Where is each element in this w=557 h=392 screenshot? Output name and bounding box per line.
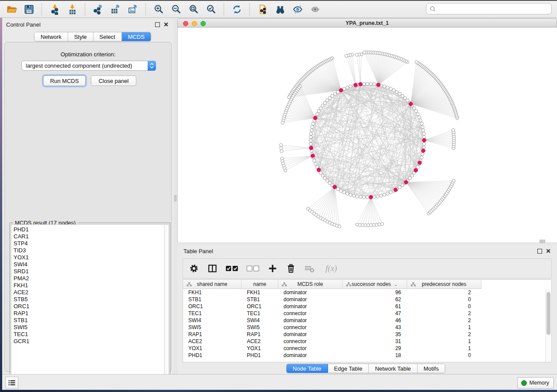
mcds-result-node[interactable]: SRD1 xyxy=(14,268,165,275)
column-header-name[interactable]: name xyxy=(242,280,278,289)
table-row[interactable]: SWI5SWI5connector431 xyxy=(183,324,551,331)
zoom-fit-icon xyxy=(188,4,199,15)
table-row[interactable]: PHD1PHD1dominator180 xyxy=(183,352,551,359)
toggle-panel-mode-button[interactable] xyxy=(207,261,218,275)
tab-mcds[interactable]: MCDS xyxy=(122,32,151,41)
table-row[interactable]: ORC1ORC1dominator610 xyxy=(183,303,551,310)
mcds-result-node[interactable]: SWI5 xyxy=(14,324,165,331)
mcds-result-node[interactable]: STB1 xyxy=(14,317,165,324)
cell-MCDS-role: connector xyxy=(278,310,343,317)
mcds-result-node[interactable]: SWI4 xyxy=(14,261,165,268)
zoom-fit-content-button[interactable] xyxy=(186,3,201,16)
show-all-columns-button[interactable] xyxy=(225,261,239,275)
export-table-button[interactable] xyxy=(108,3,123,16)
cell-MCDS-role: dominator xyxy=(278,289,343,296)
network-graph-svg xyxy=(178,28,557,242)
float-panel-icon[interactable] xyxy=(155,22,160,27)
delete-column-button[interactable] xyxy=(286,261,296,275)
network-canvas[interactable] xyxy=(177,28,557,242)
mcds-result-node[interactable]: STP4 xyxy=(14,240,165,247)
table-row[interactable]: STB1STB1dominator620 xyxy=(183,296,551,303)
close-table-panel-icon[interactable]: ✕ xyxy=(546,249,551,254)
mcds-result-node[interactable]: PMA2 xyxy=(14,275,165,282)
mcds-result-node[interactable]: TEC1 xyxy=(14,331,165,338)
network-view-window: YPA_prune.txt_1 xyxy=(177,18,557,244)
column-header-shared-name[interactable]: shared name xyxy=(183,280,242,289)
toolbar-separator xyxy=(85,3,85,15)
zoom-out-button[interactable] xyxy=(169,3,183,16)
mcds-result-node[interactable]: PHD1 xyxy=(14,226,165,233)
import-table-button[interactable] xyxy=(65,3,80,16)
task-history-button[interactable] xyxy=(5,377,18,389)
export-network-button[interactable] xyxy=(90,3,105,16)
mcds-result-node[interactable]: STB5 xyxy=(14,296,165,303)
optimization-criterion-select[interactable]: largest connected component (undirected) xyxy=(21,61,156,71)
mcds-result-node[interactable]: FKH1 xyxy=(14,282,165,289)
column-header-successor-nodes[interactable]: successor nodes⌄ xyxy=(343,280,407,289)
table-scrollbar-thumb[interactable] xyxy=(547,292,550,335)
column-type-icon xyxy=(346,282,351,287)
mcds-result-node[interactable]: TID3 xyxy=(14,247,165,254)
mcds-result-node[interactable]: YOX1 xyxy=(14,254,165,261)
export-image-button[interactable] xyxy=(125,3,140,16)
table-tab-node-table[interactable]: Node Table xyxy=(287,364,328,373)
memory-status-icon xyxy=(521,380,527,386)
tab-network[interactable]: Network xyxy=(35,32,68,41)
zoom-in-button[interactable] xyxy=(151,3,166,16)
cell-successor-nodes: 96 xyxy=(343,289,407,296)
column-header-MCDS-role[interactable]: MCDS role xyxy=(278,280,343,289)
close-panel-button[interactable]: Close panel xyxy=(91,76,136,86)
mcds-result-scrollbar[interactable] xyxy=(164,224,169,383)
vertical-splitter[interactable] xyxy=(174,18,177,374)
table-row[interactable]: ACE2ACE2connector311 xyxy=(183,338,551,345)
table-row[interactable]: YOX1YOX1connector291 xyxy=(183,345,551,352)
hide-all-columns-button[interactable] xyxy=(246,261,259,275)
mcds-result-node[interactable]: GCR1 xyxy=(14,338,165,345)
zoom-selected-button[interactable] xyxy=(204,3,218,16)
table-tab-edge-table[interactable]: Edge Table xyxy=(328,364,369,373)
table-row[interactable]: SWI4SWI4dominator462 xyxy=(183,317,551,324)
search-input[interactable] xyxy=(436,4,551,13)
table-row[interactable]: FKH1FKH1dominator962 xyxy=(183,289,551,296)
function-builder-button: f(x) xyxy=(322,261,337,275)
tab-select[interactable]: Select xyxy=(93,32,122,41)
run-mcds-button[interactable]: Run MCDS xyxy=(43,76,86,86)
cell-MCDS-role: dominator xyxy=(278,352,343,359)
hide-selected-button[interactable] xyxy=(290,3,305,16)
mcds-result-node[interactable]: RAP1 xyxy=(14,310,165,317)
table-tab-motifs[interactable]: Motifs xyxy=(418,364,445,373)
table-tab-network-table[interactable]: Network Table xyxy=(369,364,417,373)
mcds-result-node[interactable]: CAR1 xyxy=(14,233,165,240)
column-header-predecessor-nodes[interactable]: predecessor nodes xyxy=(407,280,481,289)
mcds-result-list[interactable]: PHD1CAR1STP4TID3YOX1SWI4SRD1PMA2FKH1ACE2… xyxy=(11,224,165,383)
apply-layout-button[interactable] xyxy=(229,3,244,16)
cell-predecessor-nodes: 0 xyxy=(407,296,481,303)
cell-name: STB1 xyxy=(242,296,278,303)
open-file-button[interactable] xyxy=(4,3,19,16)
cell-shared-name: TEC1 xyxy=(183,310,242,317)
vertical-splitter-grip[interactable] xyxy=(174,195,176,201)
checked-pair-icon xyxy=(225,263,239,274)
search-box[interactable] xyxy=(426,3,552,14)
mcds-result-node[interactable]: ORC1 xyxy=(14,303,165,310)
memory-button[interactable]: Memory xyxy=(517,377,554,389)
column-type-icon xyxy=(187,282,192,287)
import-network-button[interactable] xyxy=(47,3,62,16)
first-neighbors-button[interactable] xyxy=(273,3,287,16)
new-network-from-selection-button[interactable] xyxy=(255,3,270,16)
tab-style[interactable]: Style xyxy=(68,32,93,41)
table-options-button[interactable] xyxy=(189,261,199,275)
save-session-button[interactable] xyxy=(21,3,36,16)
hide-eye-icon xyxy=(292,4,303,15)
table-scrollbar[interactable] xyxy=(545,289,551,362)
cell-shared-name: RAP1 xyxy=(183,331,242,338)
float-table-panel-icon[interactable] xyxy=(537,249,542,254)
cytoscape-window: Control Panel ✕ NetworkStyleSelectMCDS O… xyxy=(0,0,557,392)
horizontal-splitter-grip[interactable] xyxy=(540,240,545,243)
close-panel-icon[interactable]: ✕ xyxy=(163,22,169,27)
table-row[interactable]: RAP1RAP1dominator352 xyxy=(183,331,551,338)
table-row[interactable]: TEC1TEC1connector472 xyxy=(183,310,551,317)
optimization-criterion-value: largest connected component (undirected) xyxy=(22,62,148,69)
create-column-button[interactable] xyxy=(267,261,278,275)
mcds-result-node[interactable]: ACE2 xyxy=(14,289,165,296)
